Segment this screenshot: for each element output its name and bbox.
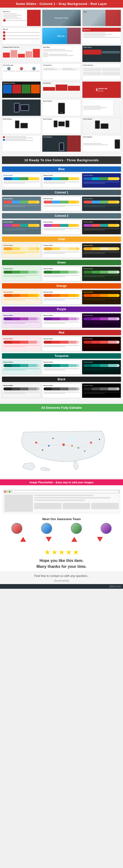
color-slides-orange: Business Model Business [2,290,121,305]
colors-header: 10 Ready To Use Colors - Three Backgroun… [2,156,121,164]
slide-thumb-23: Device Mockup [42,135,81,152]
color-slides-purple: Business Model Business [2,313,121,328]
turquoise-slide-2: Business Model [42,360,81,375]
color-label-colored2: Colored 2 [2,213,121,219]
team-header: Meet Our Awesome Team [3,517,120,521]
slide-thumb-8: About Blog [42,45,81,62]
team-avatar-4 [101,523,112,534]
red-slide-3: Business Model [82,337,121,351]
color-label-turquoise: Turquoise [2,353,121,359]
color-group-gold: Gold Business Model [2,237,121,258]
color-label-gold: Gold [2,237,121,242]
down-arrow-2 [97,537,103,542]
watermark-bar: gfxtra.com [0,584,123,589]
color-slides-gold: Business Model Business [2,243,121,258]
turquoise-slide-1: Business Model [2,360,41,375]
slide-thumb-3: Read [82,9,121,26]
colored2-slide-3: Business Model [82,220,121,235]
header-title: Some Slides - Colored 1 - Gray Backgroun… [2,2,121,6]
green-slide-1: Business Model [2,267,41,281]
slide-thumb-13: Application Features [2,81,41,98]
color-group-blue: Blue Business Model [2,166,121,188]
browser-bar [3,490,120,493]
color-slides-colored2: Business Model Business [2,220,121,235]
colored1-slide-1: Business Model [2,196,41,211]
color-group-colored1: Colored 1 Business Model [2,190,121,211]
color-slides-turquoise: Business Model Business [2,360,121,375]
slide-thumb-12: Project Solutions [82,63,121,80]
footer-screenshots-label: Screenshots [2,579,121,582]
svg-point-9 [52,438,54,439]
slide-thumb-2: Presentation Theme [42,9,81,26]
slide-thumb-20: Device Mockup [42,117,81,134]
browser-main [34,495,119,512]
team-avatar-3 [71,523,82,534]
black-slide-2: Business Model [42,383,81,398]
color-group-purple: Purple Business Model [2,307,121,328]
slide-thumb-22 [2,135,41,152]
svg-point-10 [71,445,73,447]
blue-slide-3: Business Model [82,173,121,188]
color-group-turquoise: Turquoise Business Model [2,353,121,375]
up-arrow-1 [20,537,26,542]
star-1: ★ [44,548,51,556]
header-banner: Some Slides - Colored 1 - Gray Backgroun… [0,0,123,8]
browser-sidebar [4,495,33,512]
blue-slide-1: Business Model [2,173,41,188]
colors-section: 10 Ready To Use Colors - Three Backgroun… [0,154,123,402]
slide-thumb-17: Device Mockup [42,99,81,116]
browser-content-line-2 [34,497,110,499]
browser-content-area [3,493,120,513]
svg-point-1 [67,437,77,442]
color-label-blue: Blue [2,166,121,172]
team-card-2 [33,523,61,534]
color-slides-red: Business Model Business [2,337,121,351]
orange-slide-2: Business Model [42,290,81,305]
black-slide-1: Business Model [2,383,41,398]
map-svg [5,415,118,474]
slide-thumb-21: Device Mockup [82,117,121,134]
color-label-black: Black [2,377,121,382]
slide-thumb-14: Pricing Plans [42,81,81,98]
image-placeholder-text: Image Placeholder - Easy way to add your… [2,481,121,484]
slide-thumb-15: $ Better MeBusiness [82,81,121,98]
browser-content-line-1 [34,495,93,496]
team-card-3 [62,523,90,534]
purple-slide-1: Business Model [2,313,41,328]
gold-slide-2: Business Model [42,243,81,258]
watermark-text: gfxtra.com [2,585,121,588]
down-arrow-1 [46,537,52,542]
footer-section: Feel free to contact us with any questio… [0,571,123,584]
footer-contact-text: Feel free to contact us with any questio… [2,574,121,578]
editable-banner-text: All Elements Fully Editable [3,406,120,409]
color-slides-black: Business Model Business [2,383,121,398]
slide-thumb-4: Why us? 1 2 3 [2,28,41,44]
orange-slide-3: Business Model [82,290,121,305]
turquoise-slide-3: Business Model [82,360,121,375]
stars-row: ★ ★ ★ ★ ★ [2,548,121,556]
color-group-orange: Orange Business Model [2,283,121,305]
color-group-red: Red Business Model [2,330,121,351]
editable-banner: All Elements Fully Editable [0,404,123,411]
red-slide-2: Business Model [42,337,81,351]
svg-point-11 [84,451,85,452]
browser-min-dot [7,491,8,492]
color-group-green: Green Business Model [2,260,121,281]
color-slides-colored1: Business Model Business [2,196,121,211]
star-2: ★ [52,548,58,556]
colored1-slide-2: Business Model [42,196,81,211]
colored1-slide-3: Business Model [82,196,121,211]
slide-thumb-6: What we do [82,28,121,44]
gold-slide-1: Business Model [2,243,41,258]
team-card-1 [3,523,31,534]
color-label-purple: Purple [2,307,121,312]
slide-thumb-9: Simply Strong [82,45,121,62]
stars-section: ★ ★ ★ ★ ★ Hope you like this item.Many t… [0,546,123,571]
star-4: ★ [66,548,72,556]
blue-slide-2: Business Model [42,173,81,188]
slide-thumb-19: Device Mockup [2,117,41,134]
red-slide-1: Business Model [2,337,41,351]
slides-grid: Why use us 1 Presentation Theme Read [0,8,123,154]
color-label-orange: Orange [2,283,121,288]
hope-text: Hope you like this item.Many thanks for … [2,558,121,569]
